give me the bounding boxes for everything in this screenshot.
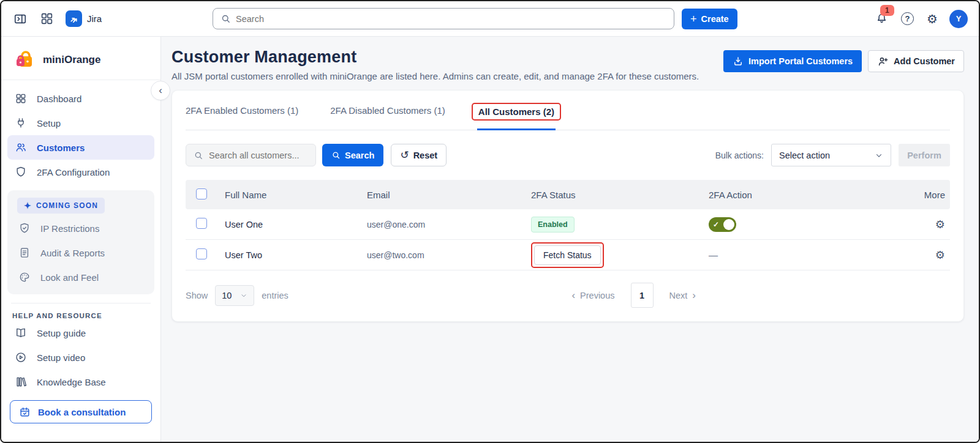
customers-search[interactable] xyxy=(186,144,316,166)
create-button[interactable]: + Create xyxy=(682,9,737,29)
settings-button[interactable]: ⚙ xyxy=(925,12,939,26)
tab-2fa-disabled-customers[interactable]: 2FA Disabled Customers (1) xyxy=(330,105,445,130)
entries-label: entries xyxy=(262,291,288,300)
book-consultation-label: Book a consultation xyxy=(38,407,126,417)
sidebar-item-label: Audit & Reports xyxy=(40,248,105,258)
current-page-indicator[interactable]: 1 xyxy=(631,283,654,308)
row-checkbox[interactable] xyxy=(196,218,207,229)
sparkle-icon: ✦ xyxy=(24,201,32,210)
bulk-actions-group: Bulk actions: Select action Perform xyxy=(715,144,950,166)
add-customer-button[interactable]: Add Customer xyxy=(868,50,964,72)
sidebar-item-2fa-configuration[interactable]: 2FA Configuration xyxy=(7,160,154,184)
book-icon xyxy=(15,327,27,339)
import-portal-customers-button[interactable]: Import Portal Customers xyxy=(723,50,862,72)
sidebar-item-label: Dashboard xyxy=(37,94,81,104)
perform-button[interactable]: Perform xyxy=(899,144,950,166)
search-button[interactable]: Search xyxy=(322,144,383,166)
row-checkbox[interactable] xyxy=(196,248,207,259)
sidebar-item-look-and-feel[interactable]: Look and Feel xyxy=(11,265,151,289)
sidebar-item-dashboard[interactable]: Dashboard xyxy=(7,86,154,111)
reset-icon: ↺ xyxy=(400,149,409,162)
global-search[interactable] xyxy=(213,8,674,29)
sidebar-nav: Dashboard Setup Customers 2FA Configurat… xyxy=(1,80,160,187)
help-button[interactable]: ? xyxy=(900,11,915,26)
bulk-action-value: Select action xyxy=(779,151,830,160)
previous-label: Previous xyxy=(580,291,614,300)
page-title: Customer Management xyxy=(172,48,699,67)
notifications-button[interactable]: 1 xyxy=(874,11,889,26)
sidebar-item-ip-restrictions[interactable]: IP Restrictions xyxy=(11,216,151,240)
table-row: User Two user@two.com Fetch Status — ⚙ xyxy=(186,240,950,270)
divider xyxy=(11,303,151,303)
2fa-toggle-on[interactable]: ✓ xyxy=(709,217,736,232)
customer-email: user@two.com xyxy=(367,250,531,260)
coming-soon-badge: ✦ COMING SOON xyxy=(17,198,105,214)
topbar: Jira + Create 1 ? ⚙ Y xyxy=(1,1,979,37)
previous-page-button[interactable]: ‹ Previous xyxy=(571,289,614,302)
table-toolbar: Search ↺ Reset Bulk actions: Select acti… xyxy=(186,144,950,166)
chevron-left-icon: ‹ xyxy=(159,84,162,97)
customer-name: User Two xyxy=(225,250,367,260)
column-header-full-name: Full Name xyxy=(225,190,367,200)
fetch-status-button[interactable]: Fetch Status xyxy=(534,245,601,265)
notification-badge: 1 xyxy=(880,5,894,16)
sidebar-item-setup[interactable]: Setup xyxy=(7,111,154,135)
coming-soon-label: COMING SOON xyxy=(36,201,98,210)
next-page-button[interactable]: Next › xyxy=(669,289,696,302)
no-action-dash: — xyxy=(709,250,718,260)
topbar-left: Jira xyxy=(12,10,213,27)
app-title: Jira xyxy=(87,13,102,24)
sidebar-item-knowledge-base[interactable]: Knowledge Base xyxy=(1,370,160,394)
search-icon xyxy=(194,151,203,160)
customers-search-input[interactable] xyxy=(209,151,308,160)
select-all-checkbox[interactable] xyxy=(196,188,207,199)
bulk-actions-label: Bulk actions: xyxy=(715,151,764,160)
jira-brand[interactable]: Jira xyxy=(66,10,102,27)
page-size-select[interactable]: 10 xyxy=(215,285,254,306)
row-settings-button[interactable]: ⚙ xyxy=(935,218,945,231)
column-header-more: More xyxy=(911,190,950,200)
tabs: 2FA Enabled Customers (1) 2FA Disabled C… xyxy=(186,91,950,130)
plug-icon xyxy=(15,117,27,129)
tab-all-customers[interactable]: All Customers (2) xyxy=(477,105,556,130)
customers-icon xyxy=(15,141,27,154)
sidebar: miniOrange ‹ Dashboard Setup Customers xyxy=(1,37,161,443)
sidebar-item-label: 2FA Configuration xyxy=(37,167,110,177)
annotation-box: Fetch Status xyxy=(531,242,604,268)
sidebar-toggle-icon[interactable] xyxy=(12,11,28,27)
customers-table: Full Name Email 2FA Status 2FA Action Mo… xyxy=(186,180,950,270)
sidebar-collapse-button[interactable]: ‹ xyxy=(151,81,170,100)
sidebar-item-label: Knowledge Base xyxy=(37,377,106,387)
toggle-knob xyxy=(723,219,734,230)
help-icon: ? xyxy=(901,12,914,25)
add-customer-label: Add Customer xyxy=(894,56,955,66)
document-icon xyxy=(18,247,31,259)
import-button-label: Import Portal Customers xyxy=(748,56,853,66)
book-consultation-button[interactable]: Book a consultation xyxy=(10,400,152,423)
sidebar-item-label: Setup xyxy=(37,118,61,128)
chevron-down-icon xyxy=(240,292,247,299)
customer-email: user@one.com xyxy=(367,220,531,229)
search-icon xyxy=(331,151,341,160)
app-switcher-icon[interactable] xyxy=(39,11,55,26)
bulk-action-select[interactable]: Select action xyxy=(771,144,891,166)
column-header-email: Email xyxy=(367,190,531,200)
tab-2fa-enabled-customers[interactable]: 2FA Enabled Customers (1) xyxy=(186,105,298,130)
reset-button[interactable]: ↺ Reset xyxy=(391,144,447,166)
pager-controls: ‹ Previous 1 Next › xyxy=(571,283,696,308)
global-search-input[interactable] xyxy=(236,14,666,24)
row-settings-button[interactable]: ⚙ xyxy=(935,248,945,262)
reset-button-label: Reset xyxy=(413,151,438,160)
sidebar-item-setup-video[interactable]: Setup video xyxy=(1,345,160,370)
sidebar-item-customers[interactable]: Customers xyxy=(7,135,154,160)
sidebar-item-setup-guide[interactable]: Setup guide xyxy=(1,321,160,345)
search-icon xyxy=(221,13,231,24)
tab-label: All Customers (2) xyxy=(478,106,554,117)
gear-icon: ⚙ xyxy=(935,249,945,261)
plugin-brand: miniOrange xyxy=(1,37,160,80)
table-row: User One user@one.com Enabled ✓ ⚙ xyxy=(186,209,950,240)
sidebar-item-audit-reports[interactable]: Audit & Reports xyxy=(11,240,151,265)
pagination: Show 10 entries ‹ Previous 1 Next xyxy=(186,283,950,308)
avatar[interactable]: Y xyxy=(949,10,968,28)
jira-logo-icon xyxy=(66,10,82,27)
